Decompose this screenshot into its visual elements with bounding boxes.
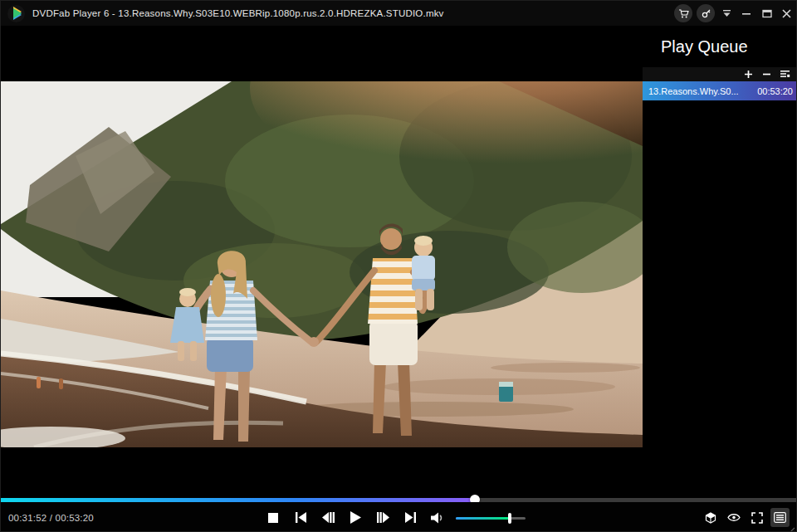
queue-item-duration: 00:53:20	[757, 86, 793, 96]
volume-fill	[456, 517, 510, 520]
volume-slider[interactable]	[456, 512, 526, 524]
playlist-options-icon[interactable]	[780, 69, 790, 80]
play-queue-toolbar	[643, 67, 797, 81]
fullscreen-icon[interactable]	[747, 508, 766, 527]
window-title: DVDFab Player 6 - 13.Reasons.Why.S03E10.…	[32, 8, 444, 18]
add-icon[interactable]	[743, 69, 754, 80]
view-controls	[701, 502, 790, 532]
transport-controls	[262, 502, 526, 532]
volume-icon[interactable]	[427, 507, 448, 529]
eye-icon[interactable]	[724, 508, 743, 527]
next-icon[interactable]	[399, 507, 421, 529]
frame-forward-icon[interactable]	[372, 507, 394, 529]
titlebar[interactable]: DVDFab Player 6 - 13.Reasons.Why.S03E10.…	[1, 1, 797, 26]
control-bar: 00:31:52 / 00:53:20	[1, 502, 797, 532]
minimize-icon[interactable]	[739, 4, 755, 22]
resize-grip[interactable]	[788, 523, 795, 530]
queue-item-active[interactable]: 13.Reasons.Why.S0... 00:53:20	[643, 81, 797, 100]
previous-icon[interactable]	[290, 507, 311, 529]
3d-icon[interactable]	[701, 508, 720, 527]
play-icon[interactable]	[345, 507, 366, 529]
frame-back-icon[interactable]	[317, 507, 339, 529]
close-icon[interactable]	[779, 4, 795, 22]
dropdown-icon[interactable]	[719, 4, 735, 22]
stop-icon[interactable]	[262, 507, 284, 529]
maximize-icon[interactable]	[759, 4, 775, 22]
app-logo-icon	[7, 5, 25, 22]
cart-icon[interactable]	[674, 4, 692, 22]
player-window: DVDFab Player 6 - 13.Reasons.Why.S03E10.…	[0, 0, 797, 532]
video-scene	[1, 81, 643, 447]
video-frame[interactable]	[1, 81, 643, 447]
play-queue-title: Play Queue	[643, 26, 797, 56]
remove-icon[interactable]	[761, 69, 772, 80]
time-display: 00:31:52 / 00:53:20	[8, 502, 94, 532]
queue-item-name: 13.Reasons.Why.S0...	[648, 86, 757, 96]
play-queue-panel: Play Queue 13.Reasons.Why.S0... 00:53:20	[643, 26, 797, 493]
key-icon[interactable]	[697, 4, 715, 22]
volume-thumb[interactable]	[508, 513, 511, 524]
playlist-icon[interactable]	[770, 508, 790, 527]
